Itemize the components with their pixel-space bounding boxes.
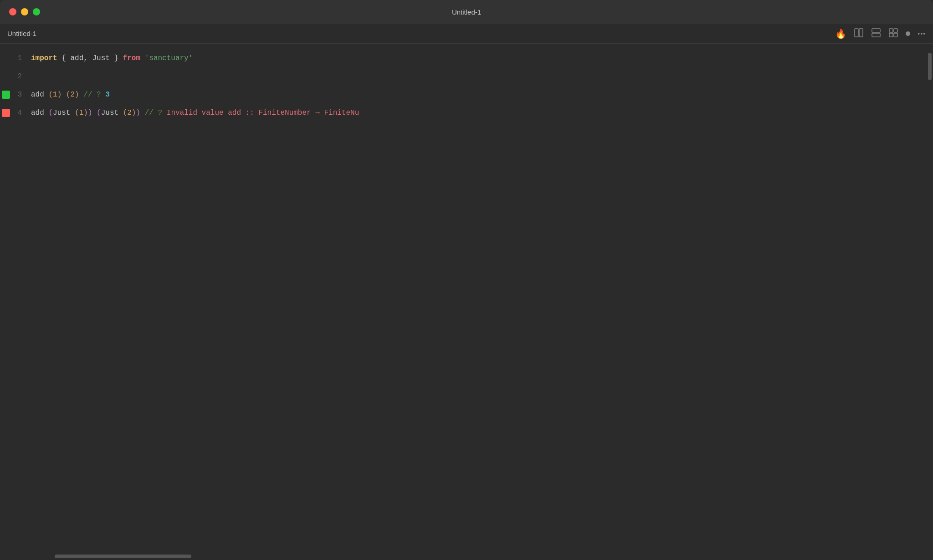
token-comma-1: , — [83, 54, 92, 62]
window-title: Untitled-1 — [452, 8, 481, 16]
token-space-3c — [79, 91, 84, 99]
code-area[interactable]: import { add , Just } from 'sanctuary' a… — [27, 44, 927, 553]
line-number-2: 2 — [17, 72, 22, 81]
token-paren-4: ) — [75, 91, 79, 99]
token-space-4d — [118, 109, 123, 117]
token-just-4b: Just — [101, 109, 118, 117]
token-paren-4c: ( — [123, 109, 128, 117]
code-line-3: add ( 1 ) ( 2 ) // ? 3 — [31, 86, 927, 104]
token-num-4a: 1 — [79, 109, 84, 117]
token-space-4b — [70, 109, 75, 117]
gutter-success-3 — [2, 91, 10, 99]
code-line-4: add ( Just ( 1 ) ) ( Just ( 2 ) ) // ? — [31, 104, 927, 122]
flame-icon[interactable]: 🔥 — [835, 28, 846, 39]
token-add-4: add — [31, 109, 44, 117]
line-number-3: 3 — [17, 91, 22, 99]
editor-filename: Untitled-1 — [7, 30, 36, 37]
horizontal-scrollbar-thumb[interactable] — [55, 555, 191, 558]
token-paren2-3: ( — [97, 109, 101, 117]
token-space-1 — [140, 54, 145, 62]
token-num-4b: 2 — [127, 109, 132, 117]
token-result-3: 3 — [105, 91, 110, 99]
token-paren2-4: ) — [136, 109, 141, 117]
svg-rect-5 — [894, 29, 897, 32]
line-number-1: 1 — [17, 54, 22, 62]
token-from: from — [123, 54, 140, 62]
token-add-1: add — [70, 54, 83, 62]
token-add-2: add — [31, 91, 44, 99]
svg-rect-7 — [894, 33, 897, 37]
token-num-1: 1 — [53, 91, 57, 99]
vertical-scrollbar[interactable] — [927, 44, 933, 553]
close-button[interactable] — [9, 8, 16, 15]
token-just-1: Just — [92, 54, 109, 62]
token-paren2-2: ) — [88, 109, 92, 117]
gutter-error-4 — [2, 109, 10, 117]
horizontal-scrollbar[interactable] — [0, 553, 933, 560]
split-icon[interactable] — [888, 28, 898, 40]
svg-rect-0 — [855, 29, 858, 37]
maximize-button[interactable] — [33, 8, 40, 15]
code-line-1: import { add , Just } from 'sanctuary' — [31, 49, 927, 67]
svg-rect-3 — [872, 33, 880, 37]
token-comment-4: // ? — [145, 109, 167, 117]
line-number-row-2: 2 — [0, 67, 27, 86]
code-line-2 — [31, 67, 927, 86]
svg-rect-6 — [889, 33, 893, 37]
editor-header: Untitled-1 🔥 — [0, 24, 933, 44]
line-number-row-3: 3 — [0, 86, 27, 104]
token-brace-2: } — [110, 54, 123, 62]
token-just-4a: Just — [53, 109, 70, 117]
token-paren-4d: ) — [132, 109, 136, 117]
titlebar: Untitled-1 — [0, 0, 933, 24]
window: Untitled-1 Untitled-1 🔥 — [0, 0, 933, 560]
token-paren2-1: ( — [48, 109, 53, 117]
token-comment-3: // ? — [83, 91, 105, 99]
token-space-3 — [44, 91, 49, 99]
svg-rect-2 — [872, 29, 880, 32]
token-result-4: Invalid value add :: FiniteNumber → Fini… — [167, 109, 359, 117]
minimize-button[interactable] — [21, 8, 28, 15]
panel-icon[interactable] — [854, 28, 864, 40]
line-number-row-4: 4 — [0, 104, 27, 122]
more-icon[interactable]: ••• — [918, 30, 926, 37]
line-number-row-1: 1 — [0, 49, 27, 67]
token-paren-1: ( — [48, 91, 53, 99]
status-dot — [906, 31, 910, 36]
line-numbers: 1 2 3 4 — [0, 44, 27, 553]
traffic-lights — [9, 8, 40, 15]
line-number-4: 4 — [17, 109, 22, 117]
token-paren-4a: ( — [75, 109, 79, 117]
columns-icon[interactable] — [871, 28, 881, 40]
token-space-4 — [44, 109, 49, 117]
token-paren-4b: ) — [83, 109, 88, 117]
token-num-2: 2 — [70, 91, 75, 99]
token-paren-2: ) — [57, 91, 62, 99]
editor-body: 1 2 3 4 import { add , Just — [0, 44, 933, 553]
token-sanctuary: 'sanctuary' — [145, 54, 193, 62]
token-import: import — [31, 54, 57, 62]
token-space-4c — [92, 109, 97, 117]
scrollbar-thumb[interactable] — [928, 53, 932, 80]
token-space-3b — [62, 91, 66, 99]
svg-rect-1 — [859, 29, 863, 37]
editor-header-actions: 🔥 — [835, 28, 926, 40]
svg-rect-4 — [889, 29, 893, 32]
token-space-4e — [140, 109, 145, 117]
token-paren-3: ( — [66, 91, 71, 99]
token-brace-1: { — [57, 54, 71, 62]
